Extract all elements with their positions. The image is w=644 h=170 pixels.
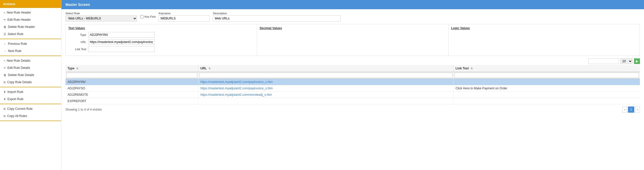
url-input[interactable]	[88, 39, 155, 45]
sidebar-item-copy-rule-details[interactable]: ⧉ Copy Rule Details	[0, 79, 61, 86]
copy-icon-3: ⧉	[4, 114, 6, 118]
sidebar-item-import-rule[interactable]: ⬆ Import Rule	[0, 88, 61, 95]
link-text-label: Link Text	[68, 48, 86, 51]
table-head: Type ⇅ URL ⇅ Link Text ⇅	[65, 65, 640, 79]
search-type-cell	[65, 72, 198, 79]
sidebar-item-new-rule-header[interactable]: + New Rule Header	[0, 9, 61, 16]
cell-url: https://mastertest.myadjutant2.com/payin…	[198, 85, 453, 92]
cell-url	[198, 98, 453, 104]
url-link[interactable]: https://mastertest.myadjutant2.com/remot…	[201, 93, 272, 97]
table-search-input[interactable]	[588, 58, 619, 64]
search-url-cell	[198, 72, 453, 79]
key-first-label: Key First	[145, 15, 156, 18]
sidebar-section-rule-details: + New Rule Details ✏ Edit Rule Details 🗑…	[0, 56, 61, 87]
search-link-text-cell	[453, 72, 640, 79]
sidebar-item-copy-all-rules[interactable]: ⧉ Copy All Rules	[0, 112, 61, 120]
sidebar-item-previous-rule[interactable]: ← Previous Rule	[0, 40, 61, 47]
cell-type: ADJ2PAYINV	[65, 79, 198, 85]
type-label: Type	[68, 33, 86, 36]
table-header-row: Type ⇅ URL ⇅ Link Text ⇅	[65, 65, 640, 72]
decimal-values-panel: Decimal Values	[257, 24, 448, 56]
description-group: Description	[213, 12, 341, 22]
url-field-row: URL	[68, 39, 254, 45]
key-first-checkbox[interactable]	[140, 15, 143, 18]
cell-link-text	[453, 92, 640, 98]
table-row[interactable]: ADJ2REMOTEhttps://mastertest.myadjutant2…	[65, 92, 640, 98]
cell-link-text	[453, 98, 640, 104]
plus-icon: +	[4, 11, 5, 14]
search-url-input[interactable]	[199, 73, 452, 78]
sort-icon-link-text: ⇅	[471, 67, 473, 70]
text-values-panel: Text Values Type URL Link Text	[66, 24, 257, 56]
search-link-text-input[interactable]	[454, 73, 639, 78]
decimal-values-title: Decimal Values	[260, 26, 446, 30]
page-next-button[interactable]: ›	[635, 107, 640, 113]
select-rule-dropdown[interactable]: Web URLs - WEBURLS	[65, 15, 137, 22]
search-type-input[interactable]	[66, 73, 197, 78]
sidebar-section-copy-rules: ⧉ Copy Current Rule ⧉ Copy All Rules	[0, 104, 61, 121]
page-1-button[interactable]: 1	[628, 107, 634, 113]
sidebar-item-delete-rule-details[interactable]: 🗑 Delete Rule Details	[0, 71, 61, 79]
sidebar-section-nav: ← Previous Rule → Next Rule	[0, 39, 61, 56]
cell-url: https://mastertest.myadjutant2.com/payin…	[198, 79, 453, 85]
pagination-row: Showing 1 to 4 of 4 entries ‹ 1 ›	[65, 107, 640, 113]
table-go-button[interactable]: ▶	[634, 58, 640, 64]
key-first-wrap: Key First	[140, 15, 156, 18]
table-row[interactable]: ADJ2PAYINVhttps://mastertest.myadjutant2…	[65, 79, 640, 85]
table-toolbar: 102550100 ▶	[65, 58, 640, 64]
url-link[interactable]: https://mastertest.myadjutant2.com/payin…	[201, 87, 273, 90]
export-icon: ⬇	[4, 98, 6, 101]
url-link[interactable]: https://mastertest.myadjutant2.com/payin…	[201, 80, 273, 84]
cell-link-text: Click Here to Make Payment on Order	[453, 85, 640, 92]
logic-values-title: Logic Values	[451, 26, 637, 30]
table-row[interactable]: EXPREPORT	[65, 98, 640, 104]
page-prev-button[interactable]: ‹	[622, 107, 627, 113]
top-form-row: Select Rule Web URLs - WEBURLS Key First…	[65, 12, 640, 22]
sidebar-item-select-rule[interactable]: ☰ Select Rule	[0, 30, 61, 38]
sidebar-item-new-rule-details[interactable]: + New Rule Details	[0, 57, 61, 64]
plus-icon-2: +	[4, 59, 5, 62]
main-panel: Master Screen Select Rule Web URLs - WEB…	[61, 0, 644, 170]
arrow-right-icon: →	[4, 49, 6, 52]
table-row[interactable]: ADJ2PAYSOhttps://mastertest.myadjutant2.…	[65, 85, 640, 92]
showing-text: Showing 1 to 4 of 4 entries	[65, 108, 102, 111]
pagination-controls: ‹ 1 ›	[622, 107, 640, 113]
main-title: Master Screen	[61, 0, 644, 9]
col-header-url[interactable]: URL ⇅	[198, 65, 453, 72]
cell-type: ADJ2PAYSO	[65, 85, 198, 92]
sort-icon-url: ⇅	[208, 67, 210, 70]
link-text-field-row: Link Text	[68, 46, 254, 52]
edit-icon: ✏	[4, 18, 6, 22]
main-body: Select Rule Web URLs - WEBURLS Key First…	[61, 9, 644, 170]
sidebar-item-edit-rule-details[interactable]: ✏ Edit Rule Details	[0, 64, 61, 71]
sidebar-section-import-export: ⬆ Import Rule ⬇ Export Rule	[0, 87, 61, 104]
sidebar-item-delete-rule-header[interactable]: 🗑 Delete Rule Header	[0, 23, 61, 30]
sidebar-item-edit-rule-header[interactable]: ✏ Edit Rule Header	[0, 16, 61, 23]
copy-icon-2: ⧉	[4, 107, 6, 111]
trash-icon-2: 🗑	[4, 73, 6, 77]
cell-type: EXPREPORT	[65, 98, 198, 104]
logic-values-panel: Logic Values	[449, 24, 640, 56]
import-icon: ⬆	[4, 90, 6, 94]
table-search-row	[65, 72, 640, 79]
sidebar-section-rule-header: + New Rule Header ✏ Edit Rule Header 🗑 D…	[0, 8, 61, 39]
per-page-select[interactable]: 102550100	[620, 58, 632, 64]
keyname-input[interactable]	[159, 15, 210, 22]
sidebar-item-export-rule[interactable]: ⬇ Export Rule	[0, 95, 61, 103]
select-rule-group: Select Rule Web URLs - WEBURLS	[65, 12, 137, 22]
cell-link-text	[453, 79, 640, 85]
link-text-input[interactable]	[88, 46, 155, 52]
url-label: URL	[68, 40, 86, 44]
keyname-group: Keyname	[159, 12, 210, 22]
type-input[interactable]	[88, 32, 155, 38]
sidebar-item-copy-current-rule[interactable]: ⧉ Copy Current Rule	[0, 105, 61, 112]
copy-icon: ⧉	[4, 81, 6, 84]
description-input[interactable]	[213, 15, 341, 22]
edit-icon-2: ✏	[4, 66, 6, 70]
sidebar: Actions + New Rule Header ✏ Edit Rule He…	[0, 0, 61, 170]
col-header-link-text[interactable]: Link Text ⇅	[453, 65, 640, 72]
text-values-title: Text Values	[68, 26, 254, 30]
col-header-type[interactable]: Type ⇅	[65, 65, 198, 72]
list-icon: ☰	[4, 33, 6, 36]
sidebar-item-next-rule[interactable]: → Next Rule	[0, 47, 61, 55]
